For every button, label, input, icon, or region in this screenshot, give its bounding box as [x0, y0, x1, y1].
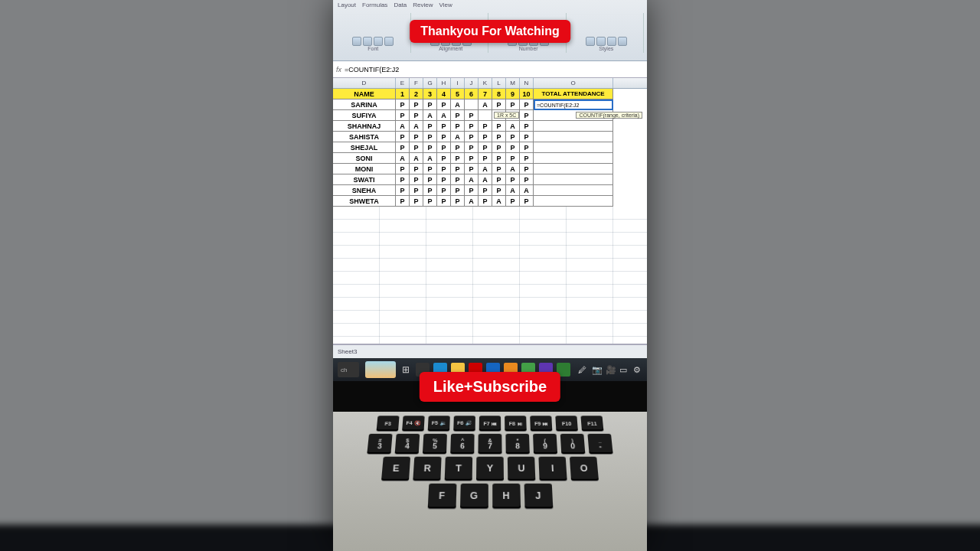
- day-header-cell[interactable]: 1: [396, 89, 410, 99]
- total-cell[interactable]: [534, 196, 613, 207]
- attendance-cell[interactable]: A: [423, 153, 437, 164]
- attendance-cell[interactable]: A: [520, 185, 534, 196]
- ribbon-tab[interactable]: Layout: [338, 2, 356, 8]
- ribbon-tab[interactable]: View: [439, 2, 452, 8]
- attendance-cell[interactable]: P: [479, 185, 492, 196]
- attendance-cell[interactable]: P: [479, 142, 492, 153]
- name-cell[interactable]: SHEJAL: [333, 142, 396, 153]
- column-header[interactable]: D: [333, 78, 396, 88]
- attendance-cell[interactable]: [465, 99, 479, 110]
- attendance-cell[interactable]: P: [396, 99, 410, 110]
- attendance-cell[interactable]: A: [423, 110, 437, 121]
- day-header-cell[interactable]: 10: [520, 89, 534, 99]
- column-header[interactable]: O: [534, 78, 613, 88]
- attendance-cell[interactable]: A: [506, 164, 520, 174]
- attendance-cell[interactable]: P: [506, 153, 520, 164]
- attendance-cell[interactable]: P: [410, 110, 423, 121]
- systray-icon[interactable]: 🎥: [606, 365, 615, 374]
- total-cell[interactable]: [534, 174, 613, 185]
- attendance-cell[interactable]: P: [520, 132, 534, 142]
- attendance-cell[interactable]: P: [465, 153, 479, 164]
- taskbar-search[interactable]: ch: [338, 362, 359, 377]
- attendance-cell[interactable]: A: [465, 196, 479, 207]
- attendance-cell[interactable]: P: [396, 185, 410, 196]
- name-cell[interactable]: SNEHA: [333, 185, 396, 196]
- attendance-cell[interactable]: P: [410, 132, 423, 142]
- sheet-tab-label[interactable]: Sheet3: [338, 348, 357, 355]
- column-headers[interactable]: DEFGHIJKLMNO: [333, 78, 647, 89]
- ribbon-tab[interactable]: Formulas: [362, 2, 387, 8]
- attendance-cell[interactable]: A: [479, 174, 492, 185]
- ribbon-tab[interactable]: Review: [413, 2, 433, 8]
- attendance-cell[interactable]: P: [396, 110, 410, 121]
- total-cell[interactable]: [534, 142, 613, 153]
- attendance-cell[interactable]: P: [423, 142, 437, 153]
- attendance-cell[interactable]: P: [520, 110, 534, 121]
- attendance-cell[interactable]: P: [451, 174, 465, 185]
- attendance-cell[interactable]: A: [506, 121, 520, 132]
- attendance-cell[interactable]: P: [492, 142, 506, 153]
- ribbon-button-icon[interactable]: [618, 37, 627, 46]
- attendance-cell[interactable]: P: [479, 132, 492, 142]
- day-header-cell[interactable]: 8: [492, 89, 506, 99]
- ribbon-button-icon[interactable]: [586, 37, 595, 46]
- attendance-cell[interactable]: P: [410, 142, 423, 153]
- attendance-cell[interactable]: A: [465, 174, 479, 185]
- attendance-cell[interactable]: P: [465, 121, 479, 132]
- attendance-cell[interactable]: P: [423, 196, 437, 207]
- column-header[interactable]: J: [465, 78, 479, 88]
- name-cell[interactable]: SONI: [333, 153, 396, 164]
- attendance-cell[interactable]: P: [492, 164, 506, 174]
- attendance-cell[interactable]: P: [423, 121, 437, 132]
- attendance-cell[interactable]: P: [465, 185, 479, 196]
- attendance-cell[interactable]: P: [451, 185, 465, 196]
- systray-icon[interactable]: ⚙: [633, 365, 642, 374]
- attendance-cell[interactable]: P: [492, 121, 506, 132]
- day-header-cell[interactable]: 6: [465, 89, 479, 99]
- attendance-cell[interactable]: P: [437, 121, 451, 132]
- attendance-cell[interactable]: P: [437, 153, 451, 164]
- attendance-cell[interactable]: P: [423, 174, 437, 185]
- attendance-cell[interactable]: P: [451, 164, 465, 174]
- sheet-tabs[interactable]: Sheet3: [333, 344, 647, 358]
- attendance-cell[interactable]: P: [410, 164, 423, 174]
- attendance-cell[interactable]: P: [451, 153, 465, 164]
- attendance-cell[interactable]: A: [479, 99, 492, 110]
- attendance-cell[interactable]: P: [423, 132, 437, 142]
- attendance-cell[interactable]: P: [465, 110, 479, 121]
- attendance-cell[interactable]: A: [479, 164, 492, 174]
- attendance-cell[interactable]: P: [479, 121, 492, 132]
- day-header-cell[interactable]: 2: [410, 89, 423, 99]
- attendance-cell[interactable]: P: [506, 174, 520, 185]
- ribbon-group[interactable]: Font: [336, 13, 411, 53]
- column-header[interactable]: E: [396, 78, 410, 88]
- attendance-cell[interactable]: P: [437, 142, 451, 153]
- attendance-cell[interactable]: P: [437, 164, 451, 174]
- attendance-cell[interactable]: P: [492, 185, 506, 196]
- total-cell[interactable]: =COUNTIF(E2:J2: [534, 99, 613, 110]
- name-cell[interactable]: SHWETA: [333, 196, 396, 207]
- attendance-cell[interactable]: P: [410, 185, 423, 196]
- total-cell[interactable]: [534, 164, 613, 174]
- ribbon-tab[interactable]: Data: [394, 2, 407, 8]
- attendance-cell[interactable]: P: [506, 196, 520, 207]
- attendance-cell[interactable]: P: [396, 142, 410, 153]
- systray-icon[interactable]: 📷: [592, 365, 601, 374]
- day-header-cell[interactable]: 5: [451, 89, 465, 99]
- attendance-cell[interactable]: P: [479, 153, 492, 164]
- attendance-cell[interactable]: P: [410, 174, 423, 185]
- day-header-cell[interactable]: 9: [506, 89, 520, 99]
- attendance-cell[interactable]: P: [437, 99, 451, 110]
- attendance-cell[interactable]: P: [396, 174, 410, 185]
- systray-icon[interactable]: ▭: [619, 365, 629, 374]
- attendance-cell[interactable]: P: [506, 142, 520, 153]
- day-header-cell[interactable]: 7: [479, 89, 492, 99]
- attendance-cell[interactable]: A: [492, 196, 506, 207]
- attendance-cell[interactable]: P: [492, 99, 506, 110]
- attendance-cell[interactable]: A: [396, 153, 410, 164]
- name-cell[interactable]: SAHISTA: [333, 132, 396, 142]
- attendance-cell[interactable]: P: [410, 99, 423, 110]
- ribbon-button-icon[interactable]: [384, 37, 394, 46]
- attendance-cell[interactable]: P: [520, 121, 534, 132]
- attendance-cell[interactable]: A: [410, 121, 423, 132]
